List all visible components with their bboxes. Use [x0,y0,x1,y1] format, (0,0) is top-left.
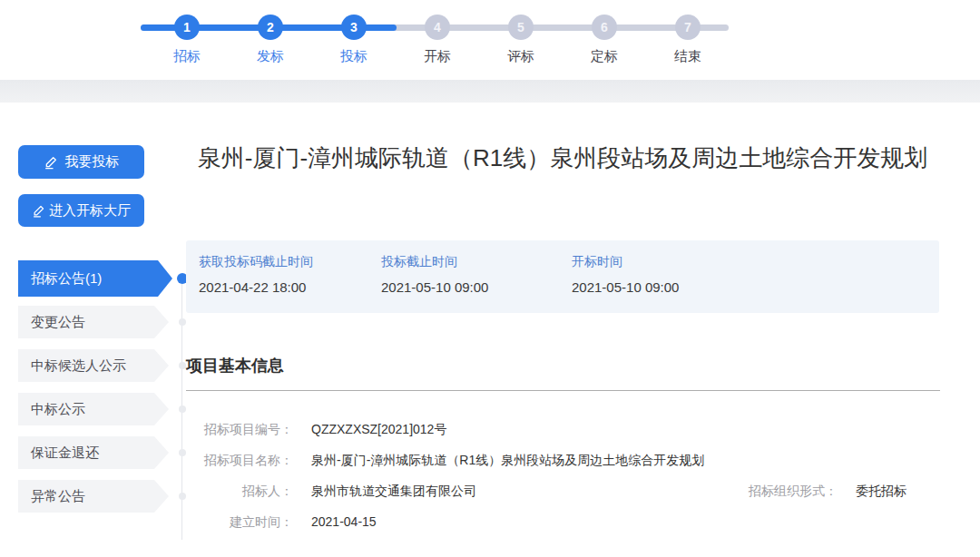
step-pingbiao: 5 评标 [489,15,553,65]
bid-submit-deadline-label: 投标截止时间 [381,254,572,270]
project-number-label: 招标项目编号： [186,420,293,438]
step-3-circle: 3 [341,15,367,40]
step-2-label: 发标 [239,48,302,65]
project-title: 泉州-厦门-漳州城际轨道（R1线）泉州段站场及周边土地综合开发规划 [191,141,935,176]
step-4-number: 4 [434,20,441,34]
project-number-value: QZZXZXSZ[2021]012号 [311,420,446,438]
step-fabiao: 2 发标 [239,15,302,65]
step-toubiao: 3 投标 [322,15,386,65]
tender-detail-page: 1 招标 2 发标 3 投标 4 开标 5 评标 6 定标 7 结束 [0,0,980,557]
sidebar-item-winning-publicity[interactable]: 中标公示 [18,393,169,425]
step-kaibiao: 4 开标 [406,15,469,65]
sidebar-item-deposit-refund[interactable]: 保证金退还 [18,436,169,469]
step-1-number: 1 [183,20,191,34]
step-4-label: 开标 [406,48,469,65]
step-3-label: 投标 [322,48,386,65]
step-zhaobiao: 1 招标 [155,15,219,65]
sidebar-item-change-announcement[interactable]: 变更公告 [18,306,169,338]
step-6-number: 6 [601,20,608,34]
step-3-number: 3 [350,20,358,34]
field-row-tenderer: 招标人： 泉州市轨道交通集团有限公司 招标组织形式： 委托招标 [186,482,940,500]
field-org-form: 招标组织形式： 委托招标 [730,482,906,500]
step-5-label: 评标 [489,48,553,65]
step-2-number: 2 [267,20,274,34]
tenderer-value: 泉州市轨道交通集团有限公司 [311,482,476,500]
timeline-dot [179,493,186,500]
deadline-info-box: 获取投标码截止时间 2021-04-22 18:00 投标截止时间 2021-0… [186,240,939,313]
step-4-circle: 4 [425,15,450,40]
deadline-col-bid-code: 获取投标码截止时间 2021-04-22 18:00 [199,254,381,313]
process-stepper: 1 招标 2 发标 3 投标 4 开标 5 评标 6 定标 7 结束 [0,0,980,80]
header-separator-band [0,80,980,103]
sidebar-item-winning-candidate-publicity[interactable]: 中标候选人公示 [18,349,169,382]
section-title-basic-info: 项目基本信息 [186,355,284,376]
step-7-number: 7 [684,20,691,34]
step-6-label: 定标 [573,48,636,65]
tenderer-label: 招标人： [186,482,293,500]
field-row-project-number: 招标项目编号： QZZXZXSZ[2021]012号 [186,420,940,438]
content-area: 我要投标 进入开标大厅 招标公告(1) 变更公告 中标候选人公示 中标公示 保证… [0,103,980,557]
sidebar-item-abnormal-announcement[interactable]: 异常公告 [18,480,169,513]
step-1-label: 招标 [155,48,219,65]
basic-info-fields: 招标项目编号： QZZXZXSZ[2021]012号 招标项目名称： 泉州-厦门… [186,420,940,543]
pencil-icon [32,204,45,218]
bid-opening-time-value: 2021-05-10 09:00 [572,279,679,295]
bid-submit-deadline-value: 2021-05-10 09:00 [381,279,572,295]
step-5-circle: 5 [508,15,534,40]
deadline-col-bid-opening: 开标时间 2021-05-10 09:00 [572,254,679,313]
created-time-label: 建立时间： [186,513,293,531]
bid-code-deadline-label: 获取投标码截止时间 [199,254,381,270]
org-form-value: 委托招标 [856,482,906,500]
step-5-number: 5 [517,20,524,34]
step-2-circle: 2 [258,15,283,40]
org-form-label: 招标组织形式： [730,482,838,500]
enter-bid-opening-hall-button[interactable]: 进入开标大厅 [18,194,144,227]
timeline-dot [179,449,186,456]
bid-opening-time-label: 开标时间 [572,254,679,270]
step-7-label: 结束 [656,48,720,65]
i-want-to-bid-label: 我要投标 [65,153,120,171]
step-dingbiao: 6 定标 [573,15,636,65]
timeline-dot [179,406,186,413]
project-name-label: 招标项目名称： [186,451,293,469]
step-7-circle: 7 [675,15,701,40]
sidebar-item-tender-announcement[interactable]: 招标公告(1) [18,260,172,297]
project-name-value: 泉州-厦门-漳州城际轨道（R1线）泉州段站场及周边土地综合开发规划 [311,451,704,469]
section-divider [186,390,940,391]
step-1-circle: 1 [174,15,200,40]
field-row-created-time: 建立时间： 2021-04-15 [186,513,940,531]
timeline-dot [179,318,186,326]
field-row-project-name: 招标项目名称： 泉州-厦门-漳州城际轨道（R1线）泉州段站场及周边土地综合开发规… [186,451,940,469]
bid-code-deadline-value: 2021-04-22 18:00 [199,279,381,295]
enter-bid-opening-hall-label: 进入开标大厅 [49,202,131,220]
pencil-icon [44,155,58,170]
created-time-value: 2021-04-15 [311,513,377,531]
step-6-circle: 6 [592,15,617,40]
deadline-col-bid-submit: 投标截止时间 2021-05-10 09:00 [381,254,572,313]
step-jieshu: 7 结束 [656,15,720,65]
i-want-to-bid-button[interactable]: 我要投标 [18,145,144,179]
timeline-dot [179,362,186,369]
